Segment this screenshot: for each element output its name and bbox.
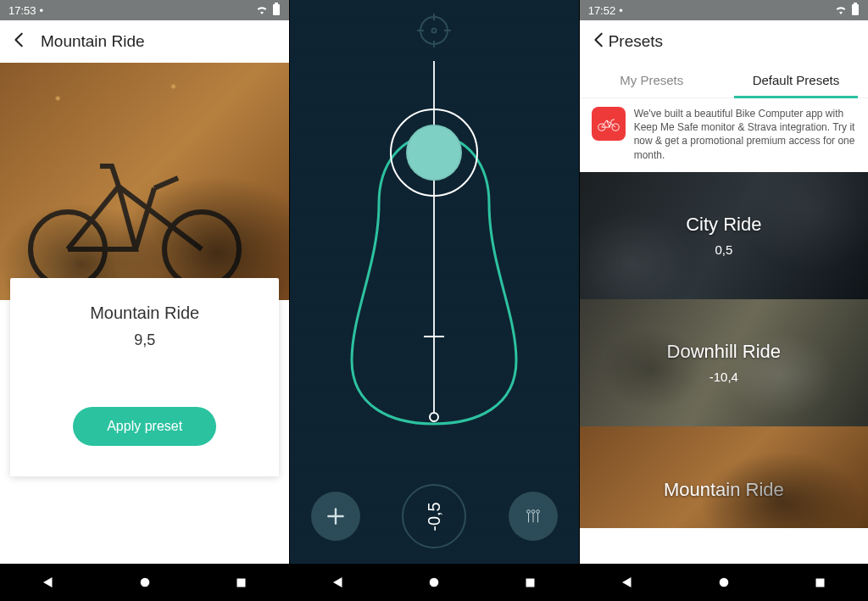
- apply-preset-button[interactable]: Apply preset: [73, 407, 216, 446]
- promo-text: We've built a beautiful Bike Computer ap…: [634, 107, 856, 162]
- wifi-icon: [255, 4, 269, 17]
- preset-item-name: City Ride: [686, 214, 761, 236]
- nav-recent-button[interactable]: [522, 574, 539, 591]
- app-header: Mountain Ride: [0, 20, 289, 63]
- status-time: 17:53: [8, 4, 36, 17]
- status-time: 17:52: [588, 4, 616, 17]
- svg-rect-21: [854, 3, 857, 4]
- gauge-value: -0,5: [425, 502, 444, 531]
- nav-back-button[interactable]: [40, 574, 57, 591]
- status-bar: 17:52: [580, 0, 868, 20]
- svg-rect-20: [852, 4, 859, 15]
- svg-rect-25: [815, 578, 824, 587]
- preset-card: Mountain Ride 9,5 Apply preset: [10, 278, 279, 476]
- preset-item-downhill-ride[interactable]: Downhill Ride -10,4: [580, 299, 868, 426]
- android-nav-bar: [580, 564, 868, 601]
- gauge-tick: [424, 336, 444, 337]
- svg-rect-19: [526, 578, 535, 587]
- svg-rect-1: [275, 3, 278, 4]
- svg-point-4: [140, 578, 149, 587]
- nav-home-button[interactable]: [136, 574, 153, 591]
- android-nav-bar: [0, 564, 289, 601]
- nav-back-button[interactable]: [330, 574, 347, 591]
- crosshair-icon[interactable]: [415, 12, 453, 49]
- svg-point-11: [432, 29, 437, 33]
- nav-home-button[interactable]: [426, 574, 442, 591]
- svg-point-14: [537, 510, 540, 514]
- status-bar: 17:53: [0, 0, 289, 20]
- back-button[interactable]: [590, 31, 609, 53]
- svg-point-12: [527, 510, 531, 514]
- bike-computer-icon: [592, 107, 626, 141]
- nav-recent-button[interactable]: [811, 574, 828, 591]
- battery-icon: [272, 3, 281, 19]
- back-button[interactable]: [10, 31, 29, 53]
- android-nav-bar: [290, 564, 578, 601]
- preset-name: Mountain Ride: [24, 303, 265, 323]
- add-button[interactable]: [311, 492, 360, 541]
- svg-point-6: [420, 17, 448, 44]
- promo-banner[interactable]: We've built a beautiful Bike Computer ap…: [580, 98, 868, 172]
- preset-item-value: -10,4: [709, 370, 738, 384]
- presets-button[interactable]: [509, 492, 558, 541]
- screen-presets-list: 17:52 Presets My Presets Default Presets: [579, 0, 868, 601]
- preset-item-value: 0,5: [715, 242, 732, 257]
- preset-item-mountain-ride[interactable]: Mountain Ride: [580, 426, 868, 528]
- nav-home-button[interactable]: [715, 574, 732, 591]
- wifi-icon: [834, 4, 848, 17]
- page-title: Mountain Ride: [41, 32, 145, 51]
- tab-default-presets[interactable]: Default Presets: [724, 63, 868, 97]
- gauge-bubble[interactable]: [390, 109, 478, 197]
- svg-rect-0: [273, 4, 280, 15]
- nav-recent-button[interactable]: [232, 574, 249, 591]
- screen-level-gauge: -0,5: [289, 0, 578, 601]
- preset-item-city-ride[interactable]: City Ride 0,5: [580, 172, 868, 299]
- svg-point-3: [164, 212, 239, 287]
- battery-icon: [851, 3, 860, 19]
- preset-item-name: Mountain Ride: [664, 479, 784, 501]
- tab-my-presets[interactable]: My Presets: [580, 63, 724, 97]
- svg-point-13: [531, 510, 535, 514]
- svg-point-18: [430, 578, 439, 587]
- gauge-value-display[interactable]: -0,5: [402, 484, 466, 548]
- gauge-end-marker: [429, 412, 439, 422]
- preset-item-name: Downhill Ride: [667, 341, 782, 363]
- screen-preset-detail: 17:53 Mountain Ride: [0, 0, 289, 601]
- svg-point-24: [719, 578, 728, 587]
- preset-list[interactable]: City Ride 0,5 Downhill Ride -10,4 Mounta…: [580, 172, 868, 601]
- preset-hero-image: [0, 63, 289, 300]
- svg-point-2: [31, 212, 105, 287]
- svg-rect-5: [236, 578, 245, 587]
- page-title: Presets: [609, 32, 663, 51]
- app-header: Presets: [580, 20, 868, 63]
- preset-value: 9,5: [24, 331, 265, 349]
- nav-back-button[interactable]: [619, 574, 636, 591]
- tabs: My Presets Default Presets: [580, 63, 868, 98]
